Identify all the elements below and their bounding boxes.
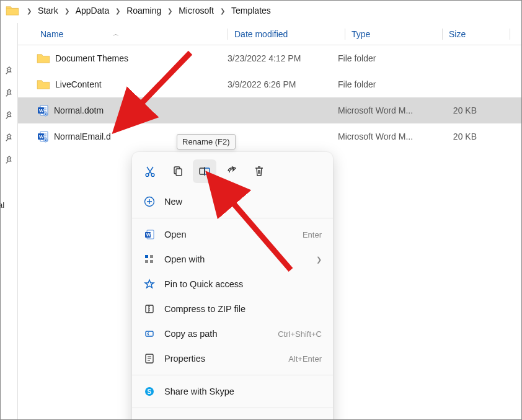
tooltip-rename: Rename (F2) (177, 134, 236, 150)
menu-copy-as-path[interactable]: Copy as path Ctrl+Shift+C (132, 321, 333, 346)
breadcrumb-item[interactable]: Microsoft (176, 4, 216, 17)
star-icon (143, 278, 156, 290)
svg-rect-4 (45, 114, 46, 115)
file-row[interactable]: WNormalEmail.dMicrosoft Word M...20 KB (18, 123, 521, 150)
cut-button[interactable] (138, 159, 162, 183)
nav-label-fragment: al (0, 200, 4, 210)
svg-rect-26 (146, 331, 153, 336)
svg-point-10 (146, 174, 149, 177)
breadcrumb-item[interactable]: Roaming (124, 4, 164, 17)
svg-rect-14 (200, 168, 205, 174)
breadcrumb[interactable]: ❯ Stark ❯ AppData ❯ Roaming ❯ Microsoft … (1, 1, 521, 23)
file-row[interactable]: WNormal.dotmMicrosoft Word M...20 KB (18, 97, 521, 123)
file-type: File folder (338, 53, 428, 63)
grid-icon (143, 253, 156, 266)
file-type: Microsoft Word M... (338, 132, 428, 141)
pin-icon[interactable] (5, 111, 14, 120)
zip-icon (143, 303, 156, 315)
path-icon (143, 328, 156, 340)
svg-text:S: S (148, 388, 152, 395)
file-row[interactable]: Document Themes3/23/2022 4:12 PMFile fol… (18, 45, 521, 71)
quick-access-strip (1, 23, 18, 419)
breadcrumb-item[interactable]: Stark (35, 4, 61, 17)
file-name: LiveContent (55, 79, 102, 89)
menu-properties[interactable]: Properties Alt+Enter (132, 346, 333, 371)
sort-ascending-icon: ︿ (113, 30, 119, 38)
pin-icon[interactable] (5, 89, 14, 97)
svg-rect-9 (45, 140, 46, 141)
pin-icon[interactable] (5, 66, 14, 75)
plus-circle-icon (143, 195, 156, 208)
file-name: NormalEmail.d (54, 132, 111, 141)
file-size: 20 KB (428, 132, 489, 141)
chevron-right-icon: ❯ (316, 256, 322, 264)
context-menu: New W Open Enter Open with ❯ Pin to Quic… (132, 152, 333, 420)
svg-rect-22 (150, 255, 153, 258)
file-date: 3/9/2022 6:26 PM (228, 79, 338, 89)
svg-point-11 (151, 174, 154, 177)
pin-icon[interactable] (5, 133, 14, 142)
file-date: 3/23/2022 4:12 PM (228, 53, 338, 63)
chevron-right-icon: ❯ (24, 7, 34, 14)
share-button[interactable] (220, 159, 244, 183)
menu-show-more[interactable]: Show more options Shift+F10 (132, 412, 333, 420)
svg-rect-15 (205, 168, 210, 174)
chevron-right-icon: ❯ (218, 7, 228, 14)
file-type: Microsoft Word M... (338, 105, 428, 115)
copy-button[interactable] (166, 159, 189, 183)
svg-rect-23 (145, 260, 148, 263)
svg-rect-13 (176, 169, 182, 176)
svg-text:W: W (39, 134, 44, 140)
file-type: File folder (338, 79, 428, 89)
folder-icon (37, 53, 50, 64)
properties-icon (143, 352, 156, 365)
skype-icon: S (143, 385, 156, 398)
chevron-right-icon: ❯ (62, 7, 72, 14)
svg-text:W: W (146, 233, 151, 237)
menu-compress-zip[interactable]: Compress to ZIP file (132, 297, 333, 321)
svg-rect-24 (150, 260, 153, 263)
column-name[interactable]: Name ︿ (18, 29, 228, 39)
menu-new[interactable]: New (132, 189, 333, 214)
column-date[interactable]: Date modified (234, 29, 345, 39)
word-icon: W (143, 228, 156, 241)
menu-pin-quick-access[interactable]: Pin to Quick access (132, 272, 333, 297)
column-headers: Name ︿ Date modified Type Size (18, 23, 521, 45)
breadcrumb-item[interactable]: AppData (73, 4, 112, 17)
rename-button[interactable] (193, 159, 216, 183)
delete-button[interactable] (247, 159, 271, 183)
breadcrumb-item[interactable]: Templates (229, 4, 273, 17)
chevron-right-icon: ❯ (113, 7, 123, 14)
svg-text:W: W (39, 108, 44, 114)
pin-icon[interactable] (5, 156, 14, 164)
chevron-right-icon: ❯ (165, 7, 175, 14)
word-icon: W (37, 130, 49, 143)
folder-icon (6, 5, 23, 16)
file-name: Normal.dotm (54, 105, 104, 115)
folder-icon (37, 79, 50, 90)
svg-rect-21 (145, 255, 148, 258)
column-type[interactable]: Type (352, 29, 442, 39)
menu-open-with[interactable]: Open with ❯ (132, 247, 333, 272)
menu-share-skype[interactable]: S Share with Skype (132, 379, 333, 404)
word-icon: W (37, 104, 49, 117)
column-size[interactable]: Size (449, 29, 510, 39)
file-name: Document Themes (55, 53, 128, 63)
file-row[interactable]: LiveContent3/9/2022 6:26 PMFile folder (18, 71, 521, 97)
file-size: 20 KB (428, 105, 489, 115)
menu-open[interactable]: W Open Enter (132, 222, 333, 247)
